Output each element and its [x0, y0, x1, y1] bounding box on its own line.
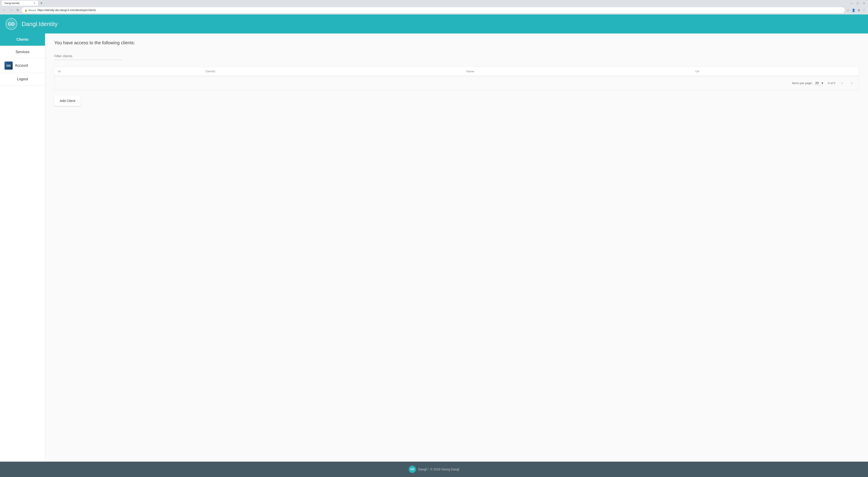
window-maximize-button[interactable]: □ [856, 2, 860, 5]
filter-input[interactable] [54, 52, 122, 60]
tab-close-icon[interactable]: × [34, 2, 35, 5]
main-layout: Clients Services GD Account Logout You h… [0, 33, 868, 461]
app-header: GD Dangl.Identity [0, 14, 868, 33]
footer-logo-text: GD [410, 468, 414, 471]
new-tab-button[interactable]: + [39, 1, 44, 6]
account-label: Account [15, 63, 28, 68]
sidebar-clients-label: Clients [17, 37, 29, 41]
items-per-page: Items per page: 5 10 20 50 ▾ [792, 81, 823, 85]
address-url: https://identity-dev.dangl-it.com/develo… [37, 8, 96, 12]
sidebar: Clients Services GD Account Logout [0, 33, 45, 461]
footer-brand-it: IT [427, 468, 429, 471]
col-uri: Uri [692, 67, 859, 76]
account-icon[interactable]: 👤 [851, 8, 856, 12]
prev-page-button[interactable]: ‹ [840, 80, 845, 86]
account-avatar: GD [4, 61, 13, 70]
sidebar-logout-label: Logout [17, 77, 28, 81]
per-page-select[interactable]: 5 10 20 50 [814, 81, 823, 85]
col-clientid: ClientId [202, 67, 463, 76]
footer-logo: GD DanglIT © 2018 Georg Dangl [409, 466, 459, 473]
secure-label: Secure [28, 9, 36, 11]
clients-table-container: Id ClientId Name Uri Items per page: [54, 67, 859, 90]
pagination-bar: Items per page: 5 10 20 50 ▾ 0 of 0 ‹ › [55, 76, 859, 90]
footer-brand: DanglIT © 2018 Georg Dangl [418, 468, 459, 471]
next-page-button[interactable]: › [849, 80, 854, 86]
items-per-page-label: Items per page: [792, 81, 812, 85]
main-content: You have access to the following clients… [45, 33, 868, 461]
lock-icon: 🔒 [24, 9, 28, 12]
menu-icon[interactable]: ⋮ [862, 8, 866, 12]
footer-logo-circle: GD [409, 466, 416, 473]
filter-container [54, 52, 122, 60]
sidebar-item-services[interactable]: Services [0, 46, 45, 58]
window-close-button[interactable]: × [862, 2, 866, 5]
per-page-wrapper: 5 10 20 50 ▾ [814, 81, 823, 85]
browser-tab[interactable]: Dangl.Identity × [2, 1, 38, 6]
sidebar-item-account[interactable]: GD Account [0, 58, 45, 73]
col-id: Id [55, 67, 202, 76]
content-title: You have access to the following clients… [54, 40, 859, 46]
app-footer: GD DanglIT © 2018 Georg Dangl [0, 461, 868, 477]
clients-table: Id ClientId Name Uri [55, 67, 859, 76]
extensions-icon[interactable]: ⚙ [857, 8, 861, 12]
footer-copyright: © 2018 Georg Dangl [430, 468, 459, 471]
footer-brand-dangl: Dangl [418, 468, 427, 471]
sidebar-item-clients[interactable]: Clients [0, 33, 45, 46]
address-bar[interactable]: 🔒 Secure https://identity-dev.dangl-it.c… [22, 7, 845, 13]
account-avatar-text: GD [6, 64, 11, 67]
browser-chrome: Dangl.Identity × + – □ × ← → ↻ 🔒 Secure … [0, 0, 868, 14]
tab-title: Dangl.Identity [4, 2, 20, 4]
window-minimize-button[interactable]: – [849, 2, 854, 5]
reload-button[interactable]: ↻ [16, 8, 20, 12]
app-title: Dangl.Identity [22, 21, 58, 28]
forward-button[interactable]: → [8, 8, 14, 12]
bookmark-icon[interactable]: ☆ [846, 8, 850, 12]
sidebar-item-logout[interactable]: Logout [0, 73, 45, 85]
back-button[interactable]: ← [2, 8, 7, 12]
add-client-button[interactable]: Add Client [54, 96, 81, 106]
page-info: 0 of 0 [828, 81, 835, 85]
sidebar-services-label: Services [16, 50, 29, 54]
secure-indicator: 🔒 Secure [24, 9, 36, 12]
table-header-row: Id ClientId Name Uri [55, 67, 859, 76]
header-logo: GD [5, 18, 17, 30]
col-name: Name [463, 67, 692, 76]
